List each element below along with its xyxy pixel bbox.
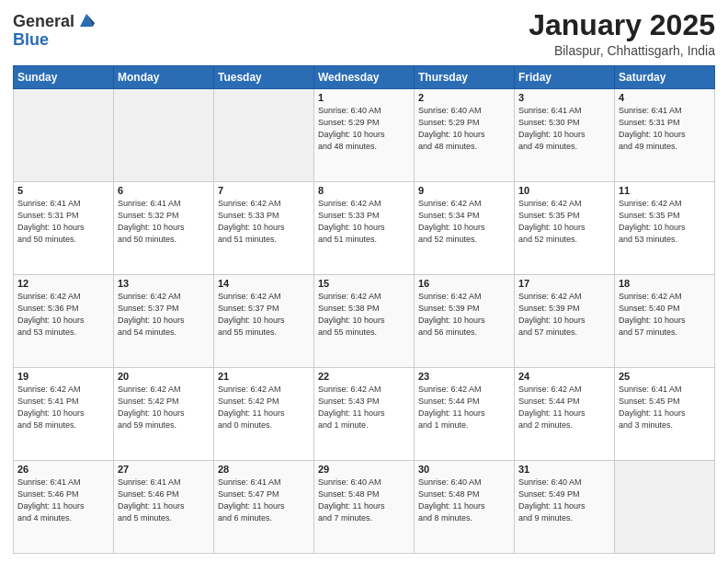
day-info: Sunrise: 6:42 AM Sunset: 5:42 PM Dayligh… xyxy=(118,384,210,431)
day-number: 22 xyxy=(318,371,410,382)
day-info: Sunrise: 6:41 AM Sunset: 5:46 PM Dayligh… xyxy=(118,477,210,524)
weekday-header: Tuesday xyxy=(214,66,314,89)
day-info: Sunrise: 6:42 AM Sunset: 5:37 PM Dayligh… xyxy=(118,291,210,339)
calendar-cell xyxy=(615,461,715,554)
day-number: 20 xyxy=(118,371,210,382)
logo-general: General xyxy=(13,13,74,31)
day-info: Sunrise: 6:42 AM Sunset: 5:39 PM Dayligh… xyxy=(418,291,510,339)
calendar-cell: 18Sunrise: 6:42 AM Sunset: 5:40 PM Dayli… xyxy=(615,275,715,368)
logo: General Blue xyxy=(13,13,97,50)
calendar-cell: 29Sunrise: 6:40 AM Sunset: 5:48 PM Dayli… xyxy=(314,461,415,554)
day-number: 21 xyxy=(218,371,310,382)
day-number: 9 xyxy=(418,185,510,196)
calendar-week-row: 12Sunrise: 6:42 AM Sunset: 5:36 PM Dayli… xyxy=(14,275,715,368)
calendar-cell: 15Sunrise: 6:42 AM Sunset: 5:38 PM Dayli… xyxy=(314,275,415,368)
calendar-cell: 9Sunrise: 6:42 AM Sunset: 5:34 PM Daylig… xyxy=(415,182,515,275)
day-info: Sunrise: 6:42 AM Sunset: 5:37 PM Dayligh… xyxy=(218,291,310,339)
month-title: January 2025 xyxy=(529,9,715,41)
day-number: 31 xyxy=(518,464,610,475)
calendar-cell: 3Sunrise: 6:41 AM Sunset: 5:30 PM Daylig… xyxy=(515,89,615,182)
day-number: 5 xyxy=(17,185,109,196)
calendar-cell: 24Sunrise: 6:42 AM Sunset: 5:44 PM Dayli… xyxy=(515,368,615,461)
calendar-cell: 8Sunrise: 6:42 AM Sunset: 5:33 PM Daylig… xyxy=(314,182,415,275)
calendar-cell: 20Sunrise: 6:42 AM Sunset: 5:42 PM Dayli… xyxy=(114,368,214,461)
day-info: Sunrise: 6:42 AM Sunset: 5:35 PM Dayligh… xyxy=(619,198,711,246)
calendar-cell: 12Sunrise: 6:42 AM Sunset: 5:36 PM Dayli… xyxy=(14,275,114,368)
day-number: 6 xyxy=(118,185,210,196)
calendar-cell: 10Sunrise: 6:42 AM Sunset: 5:35 PM Dayli… xyxy=(515,182,615,275)
day-info: Sunrise: 6:42 AM Sunset: 5:42 PM Dayligh… xyxy=(218,384,310,431)
day-number: 10 xyxy=(518,185,610,196)
calendar-cell: 13Sunrise: 6:42 AM Sunset: 5:37 PM Dayli… xyxy=(114,275,214,368)
day-info: Sunrise: 6:41 AM Sunset: 5:30 PM Dayligh… xyxy=(518,105,610,153)
calendar-cell: 28Sunrise: 6:41 AM Sunset: 5:47 PM Dayli… xyxy=(214,461,314,554)
day-info: Sunrise: 6:42 AM Sunset: 5:38 PM Dayligh… xyxy=(318,291,410,339)
day-info: Sunrise: 6:42 AM Sunset: 5:43 PM Dayligh… xyxy=(318,384,410,431)
calendar-cell: 31Sunrise: 6:40 AM Sunset: 5:49 PM Dayli… xyxy=(515,461,615,554)
day-number: 17 xyxy=(518,278,610,289)
day-number: 13 xyxy=(118,278,210,289)
calendar-week-row: 5Sunrise: 6:41 AM Sunset: 5:31 PM Daylig… xyxy=(14,182,715,275)
weekday-header: Sunday xyxy=(14,66,114,89)
calendar-cell: 17Sunrise: 6:42 AM Sunset: 5:39 PM Dayli… xyxy=(515,275,615,368)
day-number: 16 xyxy=(418,278,510,289)
day-number: 27 xyxy=(118,464,210,475)
day-number: 30 xyxy=(418,464,510,475)
calendar-week-row: 26Sunrise: 6:41 AM Sunset: 5:46 PM Dayli… xyxy=(14,461,715,554)
calendar-table: SundayMondayTuesdayWednesdayThursdayFrid… xyxy=(13,65,715,554)
calendar-cell: 19Sunrise: 6:42 AM Sunset: 5:41 PM Dayli… xyxy=(14,368,114,461)
day-number: 18 xyxy=(619,278,711,289)
calendar-cell: 22Sunrise: 6:42 AM Sunset: 5:43 PM Dayli… xyxy=(314,368,415,461)
calendar-cell: 26Sunrise: 6:41 AM Sunset: 5:46 PM Dayli… xyxy=(14,461,114,554)
day-info: Sunrise: 6:40 AM Sunset: 5:29 PM Dayligh… xyxy=(318,105,410,153)
day-info: Sunrise: 6:41 AM Sunset: 5:31 PM Dayligh… xyxy=(619,105,711,153)
calendar-cell: 11Sunrise: 6:42 AM Sunset: 5:35 PM Dayli… xyxy=(615,182,715,275)
calendar-cell: 25Sunrise: 6:41 AM Sunset: 5:45 PM Dayli… xyxy=(615,368,715,461)
day-number: 26 xyxy=(17,464,109,475)
day-info: Sunrise: 6:40 AM Sunset: 5:48 PM Dayligh… xyxy=(418,477,510,524)
day-info: Sunrise: 6:42 AM Sunset: 5:33 PM Dayligh… xyxy=(218,198,310,246)
logo-blue: Blue xyxy=(13,31,97,50)
day-number: 25 xyxy=(619,371,711,382)
weekday-header: Monday xyxy=(114,66,214,89)
calendar-cell: 2Sunrise: 6:40 AM Sunset: 5:29 PM Daylig… xyxy=(415,89,515,182)
day-number: 12 xyxy=(17,278,109,289)
day-number: 14 xyxy=(218,278,310,289)
day-number: 23 xyxy=(418,371,510,382)
calendar-header-row: SundayMondayTuesdayWednesdayThursdayFrid… xyxy=(14,66,715,89)
location: Bilaspur, Chhattisgarh, India xyxy=(529,43,715,58)
day-number: 29 xyxy=(318,464,410,475)
day-number: 7 xyxy=(218,185,310,196)
day-info: Sunrise: 6:41 AM Sunset: 5:31 PM Dayligh… xyxy=(17,198,109,246)
day-info: Sunrise: 6:41 AM Sunset: 5:45 PM Dayligh… xyxy=(619,384,711,431)
day-number: 2 xyxy=(418,92,510,103)
day-number: 19 xyxy=(17,371,109,382)
day-info: Sunrise: 6:40 AM Sunset: 5:29 PM Dayligh… xyxy=(418,105,510,153)
calendar-week-row: 19Sunrise: 6:42 AM Sunset: 5:41 PM Dayli… xyxy=(14,368,715,461)
calendar-cell xyxy=(14,89,114,182)
calendar-cell: 4Sunrise: 6:41 AM Sunset: 5:31 PM Daylig… xyxy=(615,89,715,182)
day-info: Sunrise: 6:42 AM Sunset: 5:44 PM Dayligh… xyxy=(418,384,510,431)
title-block: January 2025 Bilaspur, Chhattisgarh, Ind… xyxy=(529,9,715,58)
day-info: Sunrise: 6:42 AM Sunset: 5:34 PM Dayligh… xyxy=(418,198,510,246)
day-number: 11 xyxy=(619,185,711,196)
calendar-cell xyxy=(214,89,314,182)
day-info: Sunrise: 6:40 AM Sunset: 5:49 PM Dayligh… xyxy=(518,477,610,524)
calendar-cell: 30Sunrise: 6:40 AM Sunset: 5:48 PM Dayli… xyxy=(415,461,515,554)
logo-text: General Blue xyxy=(13,13,97,50)
day-info: Sunrise: 6:42 AM Sunset: 5:44 PM Dayligh… xyxy=(518,384,610,431)
day-number: 24 xyxy=(518,371,610,382)
day-info: Sunrise: 6:42 AM Sunset: 5:41 PM Dayligh… xyxy=(17,384,109,431)
calendar-cell: 7Sunrise: 6:42 AM Sunset: 5:33 PM Daylig… xyxy=(214,182,314,275)
calendar-cell: 23Sunrise: 6:42 AM Sunset: 5:44 PM Dayli… xyxy=(415,368,515,461)
day-number: 4 xyxy=(619,92,711,103)
day-info: Sunrise: 6:42 AM Sunset: 5:35 PM Dayligh… xyxy=(518,198,610,246)
weekday-header: Thursday xyxy=(415,66,515,89)
day-info: Sunrise: 6:41 AM Sunset: 5:47 PM Dayligh… xyxy=(218,477,310,524)
day-number: 28 xyxy=(218,464,310,475)
calendar-cell: 21Sunrise: 6:42 AM Sunset: 5:42 PM Dayli… xyxy=(214,368,314,461)
day-info: Sunrise: 6:41 AM Sunset: 5:32 PM Dayligh… xyxy=(118,198,210,246)
logo-icon xyxy=(76,10,97,30)
day-info: Sunrise: 6:42 AM Sunset: 5:33 PM Dayligh… xyxy=(318,198,410,246)
day-number: 8 xyxy=(318,185,410,196)
